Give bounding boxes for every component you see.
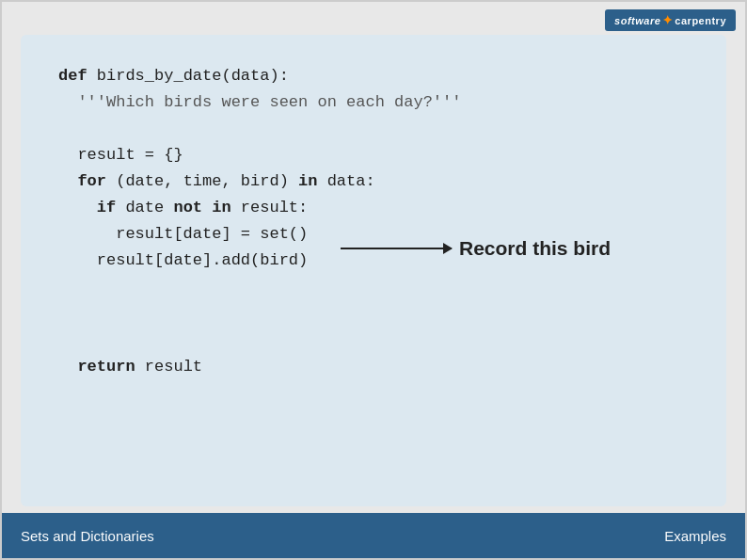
bottom-bar: Sets and Dictionaries Examples xyxy=(2,513,745,558)
code-line-10: return result xyxy=(58,354,689,380)
arrow-line xyxy=(341,248,452,249)
logo-separator: ✦ xyxy=(662,13,673,27)
code-line-5: for (date, time, bird) in data: xyxy=(58,168,689,195)
footer-left: Sets and Dictionaries xyxy=(21,528,154,544)
logo-software: software xyxy=(614,15,660,26)
footer-right: Examples xyxy=(664,528,726,544)
annotation-label: Record this bird xyxy=(459,237,611,260)
code-line-6: if date not in result: xyxy=(58,195,689,221)
code-line-4: result = {} xyxy=(58,142,689,168)
annotation: Record this bird xyxy=(341,237,611,260)
slide: software ✦ carpentry def birds_by_date(d… xyxy=(0,0,747,560)
code-block: def birds_by_date(data): '''Which birds … xyxy=(58,63,689,380)
code-line-2: '''Which birds were seen on each day?''' xyxy=(58,89,689,116)
code-line-1: def birds_by_date(data): xyxy=(58,63,689,89)
content-area: def birds_by_date(data): '''Which birds … xyxy=(21,35,726,506)
code-line-3 xyxy=(58,116,689,142)
logo-carpentry: carpentry xyxy=(675,15,726,26)
logo-area: software ✦ carpentry xyxy=(605,9,736,31)
code-line-9 xyxy=(58,327,689,353)
arrow-head xyxy=(443,243,453,254)
